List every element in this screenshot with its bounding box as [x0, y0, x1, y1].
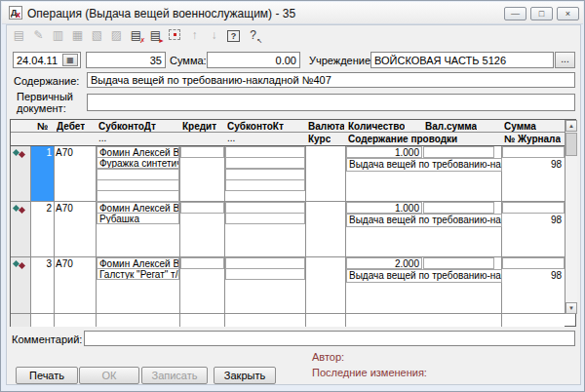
operation-icon: Дx [9, 6, 22, 20]
help-icon[interactable]: ? [225, 27, 242, 43]
content-label: Содержание: [14, 75, 79, 87]
close-button[interactable]: × [557, 7, 579, 20]
debit-value[interactable]: А70 [56, 203, 73, 214]
credit-cell[interactable] [180, 146, 224, 158]
institution-input[interactable] [370, 52, 554, 68]
col-journal-number[interactable]: № Журнала [504, 134, 561, 144]
col-debit[interactable]: Дебет [57, 121, 85, 132]
sum-cell[interactable] [502, 257, 565, 269]
move-up-icon[interactable]: ↑ [186, 27, 203, 43]
primary-doc-label-2: документ: [17, 102, 66, 114]
journal-number-cell[interactable]: 98 [502, 159, 562, 170]
subkonto-dt-line[interactable] [97, 190, 179, 202]
subkonto-dt-dots[interactable]: ... [98, 133, 106, 143]
content-input[interactable] [87, 72, 575, 88]
help-glyph: ? [227, 30, 241, 42]
enter-document-icon[interactable]: ▤► [147, 27, 164, 43]
col-rate[interactable]: Курс [308, 134, 331, 144]
duplicate-row-glyph: ▨ [111, 28, 122, 42]
save-button[interactable]: Записать [141, 367, 208, 384]
table-row[interactable]: 3 А70 Фомин Алексей Вл Галстук "Регат" т… [11, 257, 565, 314]
table-row[interactable]: 1 А70 Фомин Алексей Вл Фуражка синтетич … [11, 146, 565, 202]
subkonto-dt-line[interactable]: Галстук "Регат" т/с [97, 268, 179, 280]
move-down-glyph: ↓ [212, 28, 217, 42]
col-entry-description[interactable]: Содержание проводки [348, 134, 457, 144]
last-changes-label: Последние изменения: [312, 367, 427, 378]
table-scrollbar[interactable]: ▲ ▼ [565, 120, 577, 314]
move-down-icon[interactable]: ↓ [206, 27, 222, 43]
col-currency[interactable]: Валюта [308, 121, 344, 132]
col-number[interactable]: № [37, 121, 48, 132]
sum-cell[interactable] [502, 202, 565, 214]
select-interval-icon[interactable] [167, 27, 183, 43]
entry-description-cell[interactable]: Выдача вещей по требованию-накладной [346, 214, 502, 227]
open-journal-icon[interactable]: ▤✗ [128, 27, 144, 43]
subkonto-kt-line[interactable] [225, 179, 305, 191]
duplicate-row-icon[interactable]: ▨ [108, 27, 125, 43]
journal-number-cell[interactable]: 98 [502, 215, 562, 225]
primary-doc-input[interactable] [87, 94, 575, 111]
subkonto-dt-line[interactable]: Фуражка синтетич [97, 157, 179, 169]
context-help-icon[interactable]: ?↖ [245, 27, 261, 43]
credit-cell[interactable] [180, 257, 224, 269]
subkonto-kt-line[interactable] [225, 213, 305, 224]
col-sum[interactable]: Сумма [504, 121, 536, 132]
debit-value[interactable]: А70 [56, 147, 73, 158]
delete-row-icon[interactable]: ▧ [89, 27, 105, 43]
row-number: 2 [30, 203, 52, 214]
titlebar: Дx Операция (Выдача вещей военнослужащим… [2, 2, 583, 24]
col-subkonto-dt[interactable]: СубконтоДт [98, 121, 156, 132]
scroll-down-icon[interactable]: ▼ [566, 302, 577, 314]
subkonto-kt-line[interactable] [225, 268, 305, 280]
move-up-glyph: ↑ [192, 28, 198, 42]
window-content: ▤ ✎ ▥ ▦ ▧ ▨ ▤✗ ▤► ↑ ↓ ? ?↖ ▦ Сумма: Учре… [6, 24, 581, 385]
debit-value[interactable]: А70 [56, 258, 73, 269]
copy-row-glyph: ▥ [53, 28, 63, 42]
close-form-button[interactable]: Закрыть [214, 367, 276, 384]
calendar-icon: ▦ [66, 56, 74, 64]
col-credit[interactable]: Кредит [182, 121, 216, 132]
author-label: Автор: [312, 351, 344, 363]
subkonto-kt-line[interactable] [225, 157, 305, 169]
currency-sum-cell[interactable] [423, 257, 494, 269]
sum-input[interactable] [207, 52, 300, 68]
quantity-cell[interactable]: 2.000 [346, 257, 422, 269]
calendar-button[interactable]: ▦ [62, 54, 78, 66]
primary-doc-label-1: Первичный [17, 91, 73, 102]
subkonto-kt-dots[interactable]: ... [227, 133, 235, 143]
move-row-glyph: ▦ [72, 28, 83, 42]
copy-row-icon[interactable]: ▥ [50, 27, 66, 43]
entry-description-cell[interactable]: Выдача вещей по требованию-накладной [346, 269, 502, 283]
subkonto-dt-line[interactable]: Рубашка [97, 213, 179, 224]
table-row[interactable]: 2 А70 Фомин Алексей Вл Рубашка 1.000 Выд… [11, 202, 565, 257]
operation-number-input[interactable] [86, 52, 166, 68]
edit-row-glyph: ✎ [33, 28, 43, 42]
new-row-glyph: ▤ [14, 28, 24, 42]
col-quantity[interactable]: Количество [348, 121, 405, 132]
col-subkonto-kt[interactable]: СубконтоКт [227, 121, 284, 132]
col-currency-sum[interactable]: Вал.сумма [425, 121, 477, 132]
sum-cell[interactable] [502, 146, 565, 158]
quantity-cell[interactable]: 1.000 [346, 146, 422, 158]
context-help-glyph: ? [250, 28, 256, 42]
comment-input[interactable] [84, 331, 575, 346]
window-title: Операция (Выдача вещей военнослужащим) -… [27, 7, 295, 20]
edit-row-icon[interactable]: ✎ [30, 27, 47, 43]
credit-cell[interactable] [180, 202, 224, 214]
currency-sum-cell[interactable] [423, 202, 494, 214]
new-row-icon[interactable]: ▤ [11, 27, 27, 43]
move-row-icon[interactable]: ▦ [69, 27, 86, 43]
enter-document-accent: ► [158, 37, 165, 44]
scroll-up-icon[interactable]: ▲ [566, 120, 577, 132]
journal-number-cell[interactable]: 98 [502, 270, 562, 281]
entry-description-cell[interactable]: Выдача вещей по требованию-накладной [346, 158, 502, 172]
print-button[interactable]: Печать [16, 367, 78, 384]
restore-button[interactable]: □ [530, 7, 553, 20]
institution-select-button[interactable]: ... [555, 52, 575, 68]
quantity-cell[interactable]: 1.000 [346, 202, 422, 214]
ok-button[interactable]: ОК [79, 367, 139, 384]
minimize-button[interactable]: — [504, 7, 526, 20]
row-number: 1 [30, 147, 52, 158]
scroll-thumb[interactable] [566, 133, 577, 156]
currency-sum-cell[interactable] [423, 146, 494, 158]
